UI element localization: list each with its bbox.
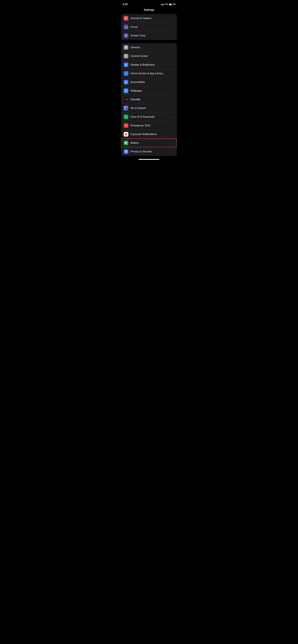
svg-point-18 [125,116,126,117]
svg-point-13 [126,81,126,81]
exposure-orb [125,133,127,136]
siri-label: Siri & Search [130,107,174,110]
controlcenter-icon [124,54,128,58]
focus-icon: 🌙 [124,25,128,29]
homescreen-chevron: › [174,72,174,75]
sidebar-item-focus[interactable]: 🌙 Focus › [121,23,177,31]
siri-orb [124,107,127,110]
general-icon [124,45,128,50]
homescreen-label: Home Screen & App Library [130,72,174,75]
controlcenter-label: Control Center [130,54,174,58]
status-bar: 1:23 LTE 70 [119,0,179,8]
svg-rect-4 [126,56,127,57]
status-time: 1:23 [122,3,128,6]
sos-icon: SOS [124,123,128,128]
privacy-icon [124,149,128,154]
sidebar-item-homescreen[interactable]: Home Screen & App Library › [121,69,177,78]
wallpaper-icon [124,88,128,93]
display-chevron: › [174,64,174,66]
standby-chevron: › [174,98,174,101]
exposure-label: Exposure Notifications [130,133,174,136]
accessibility-chevron: › [174,81,174,84]
svg-point-11 [125,74,126,74]
svg-point-10 [126,73,127,74]
sidebar-item-faceid[interactable]: Face ID & Passcode › [121,112,177,121]
faceid-label: Face ID & Passcode [130,115,174,118]
battery-fill [169,4,172,5]
battery-chevron: › [174,142,174,144]
faceid-chevron: › [174,116,174,118]
svg-rect-1 [125,55,126,56]
siri-chevron: › [174,107,174,110]
faceid-icon [124,114,128,119]
sidebar-item-controlcenter[interactable]: Control Center › [121,52,177,60]
svg-point-8 [125,73,126,74]
sounds-label: Sounds & Haptics [130,17,174,20]
sidebar-item-display[interactable]: Display & Brightness › [121,60,177,69]
svg-text:🌙: 🌙 [125,26,127,28]
exposure-chevron: › [174,133,174,136]
general-chevron: › [174,46,174,49]
settings-group-2: General › Control Center › Display & Bri… [121,43,177,156]
display-label: Display & Brightness [130,63,174,66]
lte-label: LTE [165,3,168,6]
screentime-chevron: › [174,34,174,37]
battery-label: Battery [130,141,174,144]
standby-label: StandBy [130,98,174,101]
svg-rect-2 [126,55,127,56]
sidebar-item-wallpaper[interactable]: Wallpaper › [121,86,177,95]
sidebar-item-sos[interactable]: SOS Emergency SOS › [121,121,177,130]
battery-icon [124,140,128,145]
accessibility-label: Accessibility [130,80,174,84]
home-indicator [138,159,160,160]
sounds-icon [124,16,128,20]
svg-point-9 [126,73,126,74]
siri-icon [124,106,128,110]
signal-bars [161,4,164,5]
svg-rect-17 [126,118,127,118]
sidebar-item-standby[interactable]: StandBy › [121,95,177,104]
focus-label: Focus [130,26,174,28]
screentime-label: Screen Time [130,34,174,37]
standby-icon [124,97,128,102]
wallpaper-label: Wallpaper [130,89,174,92]
focus-chevron: › [174,26,174,28]
controlcenter-chevron: › [174,55,174,57]
svg-rect-21 [125,142,126,143]
wallpaper-chevron: › [174,90,174,92]
sidebar-item-screentime[interactable]: Screen Time › [121,31,177,40]
sidebar-item-sounds[interactable]: Sounds & Haptics › [121,14,177,23]
svg-rect-3 [125,56,126,57]
sidebar-item-exposure[interactable]: Exposure Notifications › [121,130,177,138]
status-right: LTE 70 [161,3,176,6]
signal-bar-4 [163,4,164,5]
homescreen-icon [124,71,128,76]
sidebar-item-accessibility[interactable]: Accessibility › [121,78,177,86]
signal-bar-2 [162,4,162,5]
battery-indicator [169,4,173,6]
sidebar-item-privacy[interactable]: Privacy & Security › [121,147,177,156]
privacy-chevron: › [174,150,174,153]
accessibility-icon [124,80,128,84]
privacy-label: Privacy & Security [130,150,174,153]
svg-point-19 [126,116,126,117]
sos-chevron: › [174,124,174,127]
general-label: General [130,46,174,49]
svg-rect-16 [125,118,126,118]
svg-point-5 [125,72,126,73]
display-icon [124,62,128,67]
sos-label: Emergency SOS [130,124,174,127]
sidebar-item-general[interactable]: General › [121,43,177,52]
settings-group-1: Sounds & Haptics › 🌙 Focus › Screen Time… [121,14,177,40]
page-title: Settings [119,8,179,14]
sounds-chevron: › [174,17,174,20]
screentime-icon [124,33,128,38]
signal-bar-3 [162,4,163,5]
battery-percent: 70 [174,3,176,6]
signal-bar-1 [161,5,161,5]
svg-point-7 [126,72,127,73]
exposure-icon [124,132,128,136]
sidebar-item-battery[interactable]: Battery › [121,138,177,147]
sidebar-item-siri[interactable]: Siri & Search › [121,104,177,112]
svg-point-6 [126,72,126,73]
